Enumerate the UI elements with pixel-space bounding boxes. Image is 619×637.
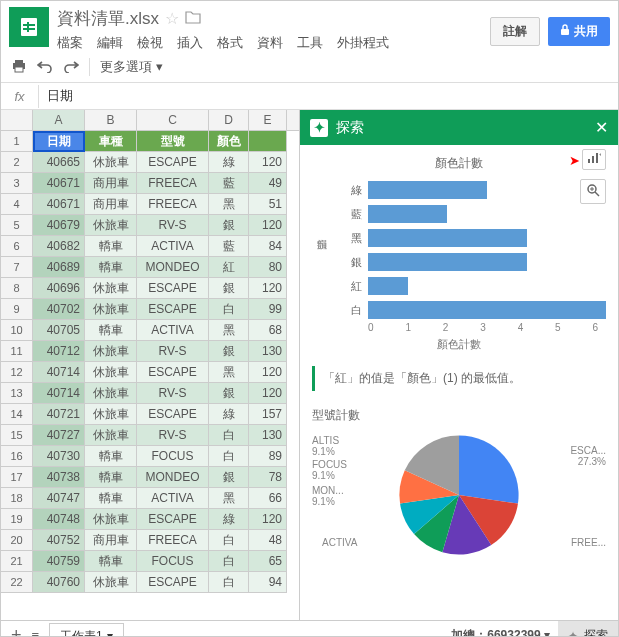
cell[interactable]: 商用車 [85, 530, 137, 551]
row-header[interactable]: 5 [1, 215, 33, 236]
cell[interactable]: 78 [249, 467, 287, 488]
cell[interactable]: 黑 [209, 320, 249, 341]
cell[interactable]: 130 [249, 341, 287, 362]
menu-資料[interactable]: 資料 [257, 34, 283, 52]
row-header[interactable]: 20 [1, 530, 33, 551]
cell[interactable]: 銀 [209, 341, 249, 362]
cell[interactable]: 49 [249, 173, 287, 194]
col-header-d[interactable]: D [209, 110, 249, 130]
cell[interactable]: RV-S [137, 341, 209, 362]
cell[interactable]: 綠 [209, 509, 249, 530]
row-header[interactable]: 22 [1, 572, 33, 593]
cell[interactable]: 120 [249, 509, 287, 530]
row-header[interactable]: 3 [1, 173, 33, 194]
cell[interactable]: 40665 [33, 152, 85, 173]
row-header[interactable]: 14 [1, 404, 33, 425]
row-header[interactable]: 16 [1, 446, 33, 467]
cell[interactable]: 白 [209, 299, 249, 320]
menu-檢視[interactable]: 檢視 [137, 34, 163, 52]
header-cell[interactable]: 型號 [137, 131, 209, 152]
cell[interactable]: 94 [249, 572, 287, 593]
cell[interactable]: 商用車 [85, 173, 137, 194]
cell[interactable]: 40696 [33, 278, 85, 299]
col-header-a[interactable]: A [33, 110, 85, 130]
header-cell[interactable] [249, 131, 287, 152]
fx-value[interactable]: 日期 [39, 83, 81, 109]
cell[interactable]: ACTIVA [137, 236, 209, 257]
cell[interactable]: 綠 [209, 152, 249, 173]
cell[interactable]: 48 [249, 530, 287, 551]
cell[interactable]: 51 [249, 194, 287, 215]
cell[interactable]: 40752 [33, 530, 85, 551]
cell[interactable]: 40689 [33, 257, 85, 278]
row-header[interactable]: 7 [1, 257, 33, 278]
row-header[interactable]: 19 [1, 509, 33, 530]
cell[interactable]: 99 [249, 299, 287, 320]
cell[interactable]: 休旅車 [85, 383, 137, 404]
cell[interactable]: 40679 [33, 215, 85, 236]
cell[interactable]: 40671 [33, 194, 85, 215]
cell[interactable]: 轎車 [85, 551, 137, 572]
row-header[interactable]: 1 [1, 131, 33, 152]
star-icon[interactable]: ☆ [165, 9, 179, 28]
cell[interactable]: 40748 [33, 509, 85, 530]
cell[interactable]: 68 [249, 320, 287, 341]
cell[interactable]: 藍 [209, 236, 249, 257]
more-options[interactable]: 更多選項 ▾ [100, 58, 163, 76]
cell[interactable]: RV-S [137, 215, 209, 236]
cell[interactable]: 65 [249, 551, 287, 572]
cell[interactable]: 89 [249, 446, 287, 467]
sheet-tab[interactable]: 工作表1 ▾ [49, 623, 124, 638]
cell[interactable]: 40714 [33, 383, 85, 404]
menu-檔案[interactable]: 檔案 [57, 34, 83, 52]
cell[interactable]: 120 [249, 152, 287, 173]
cell[interactable]: ESCAPE [137, 152, 209, 173]
cell[interactable]: ESCAPE [137, 278, 209, 299]
cell[interactable]: 120 [249, 278, 287, 299]
cell[interactable]: 84 [249, 236, 287, 257]
cell[interactable]: 40712 [33, 341, 85, 362]
cell[interactable]: MONDEO [137, 257, 209, 278]
cell[interactable]: 40714 [33, 362, 85, 383]
cell[interactable]: 白 [209, 551, 249, 572]
cell[interactable]: MONDEO [137, 467, 209, 488]
cell[interactable]: 休旅車 [85, 278, 137, 299]
cell[interactable]: 黑 [209, 488, 249, 509]
cell[interactable]: 120 [249, 362, 287, 383]
print-icon[interactable] [11, 59, 27, 76]
cell[interactable]: 40760 [33, 572, 85, 593]
row-header[interactable]: 8 [1, 278, 33, 299]
cell[interactable]: 白 [209, 530, 249, 551]
cell[interactable]: 綠 [209, 404, 249, 425]
cell[interactable]: 銀 [209, 383, 249, 404]
cell[interactable]: 120 [249, 215, 287, 236]
cell[interactable]: 休旅車 [85, 152, 137, 173]
cell[interactable]: 銀 [209, 467, 249, 488]
cell[interactable]: FREECA [137, 194, 209, 215]
cell[interactable]: 轎車 [85, 488, 137, 509]
cell[interactable]: 40705 [33, 320, 85, 341]
header-cell[interactable]: 顏色 [209, 131, 249, 152]
sum-info[interactable]: 加總：66932399 ▾ [443, 627, 558, 637]
menu-插入[interactable]: 插入 [177, 34, 203, 52]
cell[interactable]: ESCAPE [137, 362, 209, 383]
doc-title[interactable]: 資料清單.xlsx [57, 7, 159, 30]
menu-格式[interactable]: 格式 [217, 34, 243, 52]
cell[interactable]: 轎車 [85, 257, 137, 278]
row-header[interactable]: 17 [1, 467, 33, 488]
cell[interactable]: RV-S [137, 383, 209, 404]
row-header[interactable]: 4 [1, 194, 33, 215]
cell[interactable]: 157 [249, 404, 287, 425]
cell[interactable]: 紅 [209, 257, 249, 278]
comment-button[interactable]: 註解 [490, 17, 540, 46]
menu-工具[interactable]: 工具 [297, 34, 323, 52]
cell[interactable]: FREECA [137, 173, 209, 194]
cell[interactable]: 120 [249, 383, 287, 404]
cell[interactable]: 40721 [33, 404, 85, 425]
cell[interactable]: 轎車 [85, 446, 137, 467]
cell[interactable]: 轎車 [85, 467, 137, 488]
cell[interactable]: 40727 [33, 425, 85, 446]
cell[interactable]: 休旅車 [85, 404, 137, 425]
cell[interactable]: 商用車 [85, 194, 137, 215]
header-cell[interactable]: 日期 [33, 131, 85, 152]
